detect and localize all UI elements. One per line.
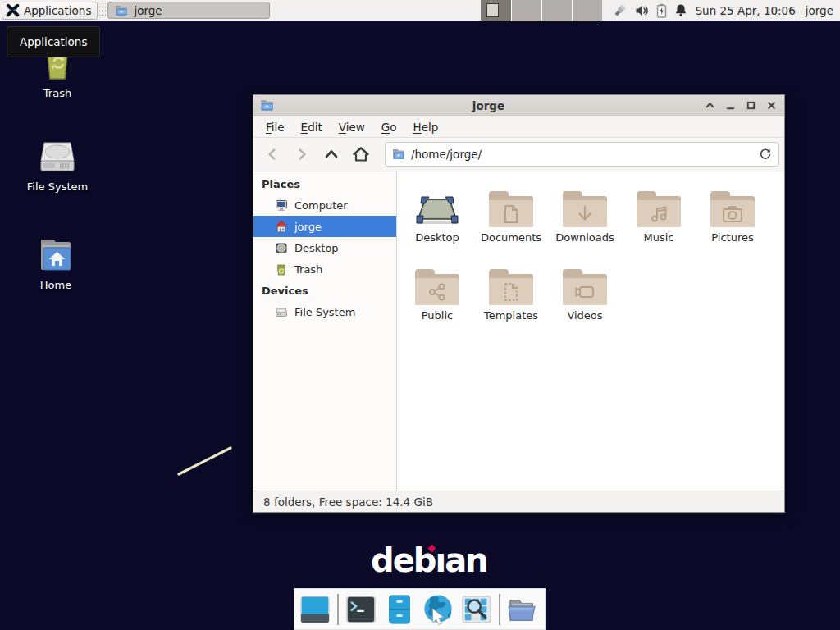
window-folder-icon: [260, 99, 274, 112]
app-finder-dock-icon[interactable]: [460, 593, 493, 626]
folder-label: Videos: [567, 309, 602, 322]
reload-icon[interactable]: [759, 148, 772, 161]
close-button[interactable]: [765, 99, 778, 112]
battery-icon[interactable]: [656, 3, 667, 18]
documents-folder-icon: [489, 191, 533, 227]
folder-view[interactable]: Desktop Documents Downloads Music: [397, 171, 784, 491]
dock-separator: [499, 594, 500, 625]
window-titlebar[interactable]: jorge: [253, 95, 784, 116]
tooltip-text: Applications: [20, 35, 87, 48]
forward-button[interactable]: [288, 142, 316, 167]
folder-label: Templates: [484, 309, 538, 322]
folder-item-music[interactable]: Music: [622, 178, 696, 256]
panel-grip-handle[interactable]: [99, 3, 106, 18]
logo-dotless-i: ı: [435, 541, 445, 579]
panel-clock[interactable]: Sun 25 Apr, 10:06: [696, 4, 796, 17]
directory-dock-icon[interactable]: [506, 593, 539, 626]
folder-label: Public: [422, 309, 453, 322]
home-folder-icon: [36, 236, 75, 274]
web-browser-dock-icon[interactable]: [422, 593, 454, 626]
bottom-dock: [294, 588, 546, 630]
folder-item-documents[interactable]: Documents: [474, 178, 548, 256]
path-text[interactable]: /home/jorge/: [411, 148, 753, 161]
maximize-button[interactable]: [744, 99, 757, 112]
hard-drive-icon: [38, 138, 77, 176]
applications-menu-label: Applications: [24, 4, 91, 17]
desktop-icon-file-system[interactable]: File System: [20, 138, 95, 193]
volume-icon[interactable]: [635, 4, 649, 17]
folder-label: Documents: [481, 231, 541, 244]
taskbar-window-label: jorge: [134, 4, 162, 17]
menu-go[interactable]: Go: [374, 118, 404, 136]
sidebar-item-label: Desktop: [294, 242, 339, 254]
top-panel: Applications jorge Sun 25 Apr, 10:06 jor…: [0, 0, 840, 21]
taskbar-window-button[interactable]: jorge: [107, 2, 270, 19]
desktop-pad-icon: [414, 178, 460, 227]
folder-label: Music: [644, 231, 674, 244]
folder-label: Pictures: [711, 231, 753, 244]
home-button[interactable]: [347, 142, 375, 167]
places-sidebar: Places Computer jorge Desktop: [253, 171, 397, 491]
folder-item-downloads[interactable]: Downloads: [548, 178, 622, 256]
folder-item-templates[interactable]: Templates: [474, 256, 548, 334]
status-bar: 8 folders, Free space: 14.4 GiB: [253, 491, 784, 512]
folder-icon: [115, 5, 128, 16]
terminal-dock-icon[interactable]: [345, 593, 377, 626]
sidebar-item-desktop[interactable]: Desktop: [253, 237, 396, 258]
menu-file[interactable]: File: [258, 118, 292, 136]
debian-wordmark: debıan: [371, 541, 477, 579]
home-icon: [275, 221, 288, 233]
shade-button[interactable]: [703, 99, 716, 112]
folder-label: Downloads: [555, 231, 614, 244]
sidebar-item-label: Trash: [294, 263, 322, 276]
sidebar-item-file-system[interactable]: File System: [253, 301, 396, 322]
workspace-window-thumb: [486, 3, 499, 17]
workspace-2[interactable]: [511, 0, 541, 21]
notification-bell-icon[interactable]: [674, 3, 687, 17]
trash-mini-icon: [275, 263, 288, 276]
devices-header: Devices: [253, 280, 396, 301]
pictures-folder-icon: [710, 191, 755, 227]
back-button[interactable]: [258, 142, 286, 167]
templates-folder-icon: [489, 269, 533, 305]
sidebar-item-trash[interactable]: Trash: [253, 258, 396, 280]
logo-text: an: [445, 541, 486, 579]
xfce-logo-icon: [6, 3, 20, 17]
removable-device-icon[interactable]: [612, 3, 628, 18]
logo-text: deb: [371, 541, 435, 579]
desktop-icon-label: Home: [40, 279, 71, 291]
folder-item-pictures[interactable]: Pictures: [696, 178, 769, 256]
file-manager-dock-icon[interactable]: [383, 593, 416, 626]
workspace-4[interactable]: [572, 0, 602, 21]
desktop-icon-home[interactable]: Home: [18, 236, 94, 291]
status-text: 8 folders, Free space: 14.4 GiB: [263, 495, 433, 509]
workspace-1[interactable]: [481, 0, 511, 21]
videos-folder-icon: [563, 269, 607, 305]
stray-line-artifact: [172, 441, 242, 481]
public-folder-icon: [415, 269, 459, 305]
sidebar-item-label: File System: [294, 306, 355, 318]
desktop-dock-icon[interactable]: [299, 593, 331, 626]
folder-item-videos[interactable]: Videos: [548, 256, 622, 334]
menu-help[interactable]: Help: [406, 118, 446, 136]
sidebar-item-jorge[interactable]: jorge: [253, 216, 396, 237]
sidebar-item-computer[interactable]: Computer: [253, 194, 396, 216]
folder-item-desktop[interactable]: Desktop: [400, 178, 474, 256]
sidebar-item-label: jorge: [294, 221, 322, 233]
downloads-folder-icon: [563, 191, 607, 227]
location-bar[interactable]: /home/jorge/: [385, 142, 779, 167]
applications-menu-button[interactable]: Applications: [2, 2, 98, 20]
computer-icon: [275, 199, 288, 212]
panel-username[interactable]: jorge: [806, 4, 833, 17]
menu-view[interactable]: View: [331, 118, 372, 136]
menu-edit[interactable]: Edit: [294, 118, 330, 136]
up-button[interactable]: [317, 142, 345, 167]
menu-bar: File Edit View Go Help: [253, 116, 784, 138]
workspace-3[interactable]: [541, 0, 572, 21]
folder-item-public[interactable]: Public: [400, 256, 474, 334]
minimize-button[interactable]: [724, 99, 737, 112]
workspace-switcher[interactable]: [481, 0, 602, 21]
desktop-icon-label: File System: [27, 180, 88, 193]
drive-mini-icon: [275, 306, 288, 318]
applications-tooltip: Applications: [7, 26, 100, 57]
